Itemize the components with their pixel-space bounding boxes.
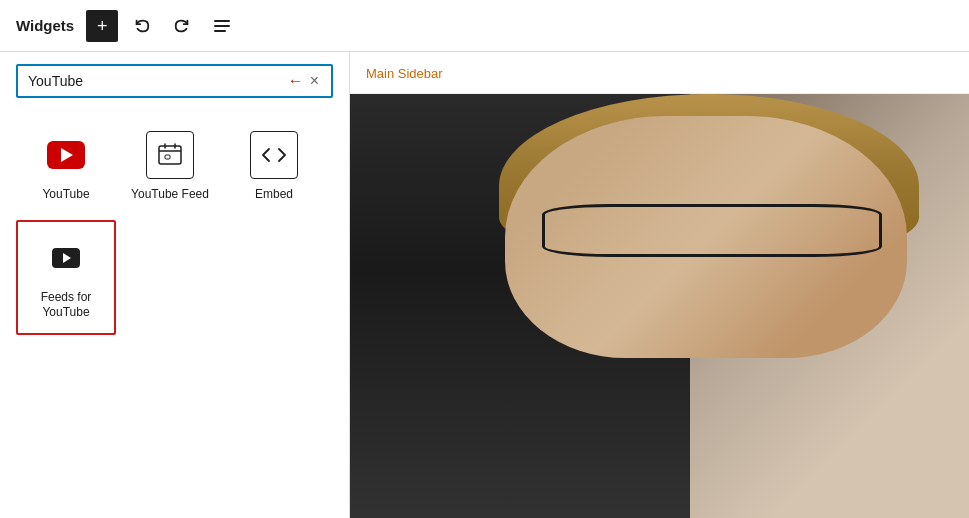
- redo-button[interactable]: [166, 10, 198, 42]
- youtube-feed-widget-icon: [146, 131, 194, 179]
- widget-youtube-feed[interactable]: YouTube Feed: [120, 118, 220, 216]
- youtube-play-icon: [47, 141, 85, 169]
- back-arrow-icon: ←: [288, 72, 304, 90]
- sidebar-card: Main Sidebar: [350, 52, 969, 518]
- feeds-youtube-play-icon: [52, 248, 80, 268]
- undo-button[interactable]: [126, 10, 158, 42]
- content-area: Main Sidebar: [350, 52, 969, 518]
- main-layout: ← × YouTube: [0, 52, 969, 518]
- widget-youtube-feed-label: YouTube Feed: [131, 187, 209, 203]
- menu-button[interactable]: [206, 10, 238, 42]
- widget-embed-label: Embed: [255, 187, 293, 203]
- youtube-widget-icon: [42, 131, 90, 179]
- widget-embed[interactable]: Embed: [224, 118, 324, 216]
- redo-icon: [173, 17, 191, 35]
- widget-feeds-youtube-label: Feeds for YouTube: [26, 290, 106, 321]
- sidebar-title: Main Sidebar: [350, 52, 969, 94]
- search-bar: ← ×: [16, 64, 333, 98]
- glasses-shape: [542, 204, 882, 257]
- search-input[interactable]: [28, 73, 284, 89]
- add-widget-button[interactable]: +: [86, 10, 118, 42]
- clear-search-button[interactable]: ×: [308, 72, 321, 90]
- embed-icon: [260, 141, 288, 169]
- widget-feeds-youtube[interactable]: Feeds for YouTube: [16, 220, 116, 335]
- toolbar-title: Widgets: [16, 17, 74, 34]
- widget-grid: YouTube YouTube Feed: [0, 110, 349, 343]
- feeds-youtube-widget-icon: [42, 234, 90, 282]
- widget-youtube[interactable]: YouTube: [16, 118, 116, 216]
- sidebar-image: [350, 94, 969, 518]
- embed-widget-icon: [250, 131, 298, 179]
- svg-rect-4: [165, 155, 170, 159]
- person-photo: [350, 94, 969, 518]
- widget-youtube-label: YouTube: [42, 187, 89, 203]
- menu-icon: [214, 20, 230, 32]
- undo-icon: [133, 17, 151, 35]
- calendar-bracket-icon: [156, 141, 184, 169]
- toolbar: Widgets +: [0, 0, 969, 52]
- widgets-panel: ← × YouTube: [0, 52, 350, 518]
